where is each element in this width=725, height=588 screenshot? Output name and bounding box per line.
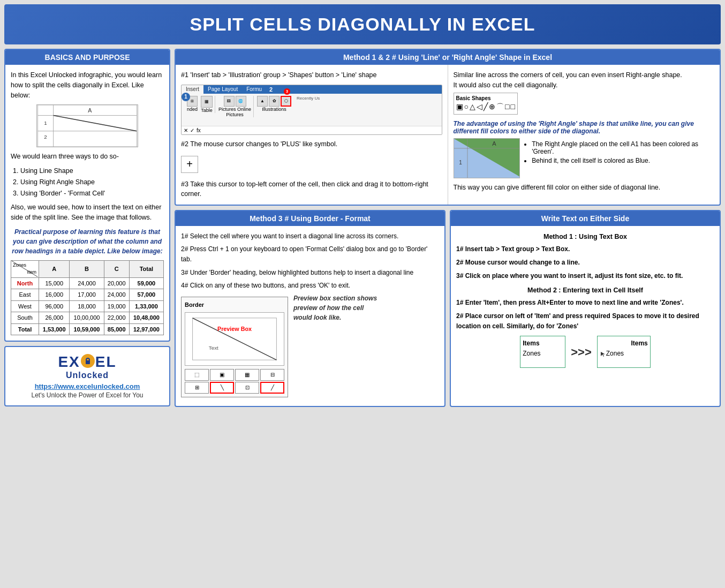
wt-m2-step2: 2# Place cursor on left of 'Item' and pr… — [456, 311, 714, 331]
border-preview-svg: Preview Box Text — [185, 313, 284, 365]
cell-e-c: 24,000 — [104, 289, 129, 301]
logo-url[interactable]: https://www.excelunlocked.com — [12, 382, 163, 390]
ribbon-tab-formu[interactable]: Formu — [242, 85, 266, 94]
ribbon-group-pictures: 🖼 🌐 Pictures Online Pictures — [218, 96, 254, 117]
ribbon-icons-illus: ▲ ✿ 3 ⬡ — [257, 96, 291, 107]
list-item-1: Using Line Shape — [20, 166, 164, 176]
wt-m1-s3-text: Click on place where you want to insert … — [465, 272, 683, 280]
cell-west: West — [11, 300, 39, 312]
bs-icon-5: ╱ — [484, 102, 488, 112]
cell-n-total: 59,000 — [129, 277, 163, 289]
border-btn-5[interactable]: ⊞ — [185, 382, 209, 394]
logo-area: EX EL Unlocked https://www.excelunlocked… — [4, 346, 170, 406]
border-btn-2[interactable]: ▣ — [210, 369, 234, 381]
cell-w-a: 96,000 — [39, 300, 70, 312]
zones-label-2: Zones — [606, 349, 624, 359]
right-p1: Similar line across the corners of cell,… — [454, 70, 715, 80]
logo-container: EX EL — [12, 353, 163, 371]
table-row: West 96,000 18,000 19,000 1,33,000 — [11, 300, 164, 312]
logo-lock-icon — [81, 354, 95, 368]
ribbon-label-table: Table — [201, 108, 213, 113]
diagonal-demo-svg: A 1 2 — [37, 105, 138, 147]
wt-method2-title: Method 2 : Entering text in Cell Itself — [456, 285, 714, 296]
badge-3-icon: 3 — [284, 88, 290, 95]
colored-cell-demo: A 1 — [454, 138, 520, 178]
cell-w-total: 1,33,000 — [129, 300, 163, 312]
method12-content: #1 'Insert' tab > 'Illustration' group >… — [176, 65, 720, 205]
cell-s-total: 10,48,000 — [129, 312, 163, 324]
table-row: East 16,000 17,000 24,000 57,000 — [11, 289, 164, 301]
svg-text:2: 2 — [44, 134, 47, 140]
border-btn-1[interactable]: ⬚ — [185, 369, 209, 381]
cell-n-a: 15,000 — [39, 277, 70, 289]
border-btn-8-red[interactable]: ╱ — [260, 382, 284, 394]
items-zones-cell-1: Items Zones — [520, 336, 565, 368]
arrow-symbol: >>> — [571, 343, 592, 361]
ribbon-tabs: Insert Page Layout Formu 2 — [182, 85, 442, 94]
wt-m1-step3: 3# Click on place where you want to inse… — [456, 271, 714, 281]
lock-svg — [81, 354, 95, 368]
recently-used-label: Recently Us — [297, 96, 320, 101]
ribbon-icon-table: ▦ — [201, 96, 213, 108]
method3-header: Method 3 # Using Border - Format — [176, 211, 444, 226]
items-label-1: Items — [523, 338, 563, 349]
bs-icon-9: □ — [510, 102, 515, 112]
formula-bar: ✕ ✓ fx — [182, 126, 442, 134]
border-btn-4[interactable]: ⊟ — [260, 369, 284, 381]
cell-n-b: 24,000 — [70, 277, 104, 289]
ribbon-group-illustrations: ▲ ✿ 3 ⬡ Illustrations — [257, 96, 291, 112]
logo-tagline: Let's Unlock the Power of Excel for You — [12, 391, 163, 399]
items-zones-cell-2: Items Zones — [597, 336, 651, 368]
bullet-1: The Right Angle placed on the cell A1 ha… — [532, 140, 714, 155]
m3-step1: 1# Select the cell where you want to ins… — [181, 231, 439, 242]
formula-x: ✕ — [184, 127, 188, 133]
svg-rect-7 — [37, 105, 137, 147]
ribbon-label-illustrations: Illustrations — [262, 107, 286, 112]
basics-p2: Also, we would see, how to insert the te… — [11, 202, 164, 223]
border-buttons-grid: ⬚ ▣ ▦ ⊟ ⊞ ╲ ⊡ ╱ — [185, 369, 284, 394]
write-text-content: Method 1 : Using Text Box 1# Insert tab … — [451, 226, 720, 373]
write-text-header: Write Text on Either Side — [451, 211, 720, 226]
border-dialog: Border Preview Box — [181, 297, 288, 397]
svg-line-6 — [54, 116, 137, 131]
bs-icon-4: ◁ — [477, 102, 482, 112]
basics-p1: In this Excel Unlocked infographic, you … — [11, 70, 164, 100]
wt-m1-s2-bold: 2# — [456, 259, 463, 266]
step2-text: #2 The mouse cursor changes to 'PLUS' li… — [181, 139, 442, 149]
ribbon-tab-pagelayout[interactable]: Page Layout — [203, 85, 242, 94]
methods-list: Using Line Shape Using Right Angle Shape… — [20, 166, 164, 198]
right-column: Method 1 & 2 # Using 'Line' or 'Right An… — [175, 49, 721, 407]
ribbon-icons-pic-row: 🖼 🌐 — [224, 96, 246, 107]
content-area: BASICS AND PURPOSE In this Excel Unlocke… — [4, 49, 721, 407]
cell-w-b: 18,000 — [70, 300, 104, 312]
m3-step2: 2# Press Ctrl + 1 on your keyboard to op… — [181, 244, 439, 265]
wt-m1-s1-text: Insert tab > Text group > Text Box. — [465, 245, 570, 253]
border-dialog-title: Border — [185, 300, 284, 310]
border-btn-3[interactable]: ▦ — [235, 369, 259, 381]
border-btn-6-red[interactable]: ╲ — [210, 382, 234, 394]
bullet-2: Behind it, the cell itself is colored as… — [532, 157, 714, 164]
wt-m2-s1-text: Enter 'Item', then press Alt+Enter to mo… — [465, 299, 684, 306]
colored-cell-svg: A 1 — [454, 139, 520, 178]
example-table: Item Zones A B C Total North 15,000 — [11, 260, 164, 336]
diag-item-label: Item — [27, 269, 36, 276]
diagonal-cell-demo: A 1 2 — [36, 104, 138, 147]
svg-marker-12 — [454, 139, 520, 178]
bs-icon-8: □ — [505, 102, 509, 112]
border-preview-area: Preview Box Text — [185, 312, 284, 366]
wt-m1-s3-bold: 3# — [456, 272, 463, 280]
table-row: Total 1,53,000 10,59,000 85,000 12,97,00… — [11, 323, 164, 335]
ribbon-icon-pic: 🖼 — [224, 96, 235, 107]
bullet-list: The Right Angle placed on the cell A1 ha… — [532, 140, 714, 166]
right-p2: It would also cut the cell diagonally. — [454, 80, 715, 91]
svg-text:A: A — [88, 107, 92, 114]
svg-text:Text: Text — [209, 344, 218, 350]
cell-s-a: 26,000 — [39, 312, 70, 324]
col-total: Total — [129, 260, 163, 277]
wt-m2-s1-bold: 1# — [456, 299, 463, 306]
bs-icon-6: ⊕ — [489, 102, 495, 112]
table-row: North 15,000 24,000 20,000 59,000 — [11, 277, 164, 289]
cell-s-c: 22,000 — [104, 312, 129, 324]
border-btn-7[interactable]: ⊡ — [235, 382, 259, 394]
main-title: SPLIT CELLS DIAGONALLY IN EXCEL — [4, 4, 721, 44]
